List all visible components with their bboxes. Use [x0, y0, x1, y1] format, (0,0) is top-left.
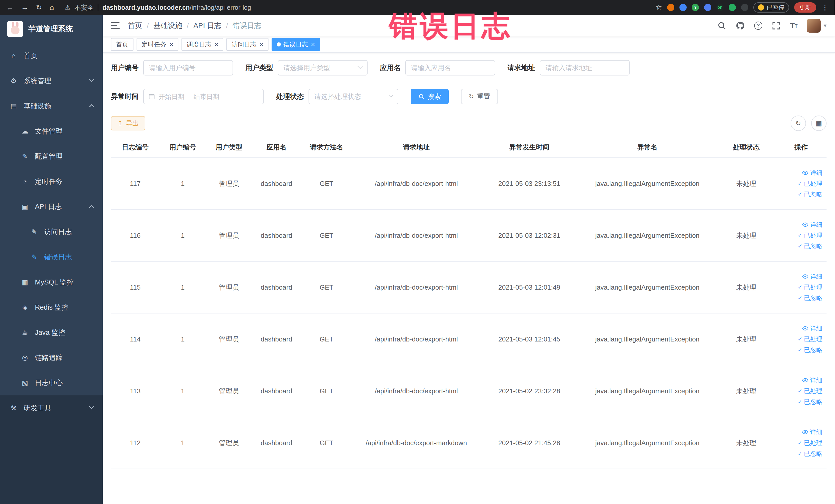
date-range-picker[interactable]: 开始日期 - 结束日期	[143, 89, 264, 104]
github-icon[interactable]	[736, 21, 745, 30]
menu-item-icon: ▧	[21, 379, 29, 387]
browser-forward-icon[interactable]: →	[21, 4, 28, 11]
extension-icon-blue[interactable]	[679, 4, 687, 11]
profile-paused-badge[interactable]: 已暂停	[753, 2, 789, 13]
user-id-input[interactable]	[143, 60, 233, 76]
detail-link[interactable]: 详细	[802, 376, 822, 384]
detail-link[interactable]: 详细	[802, 273, 822, 281]
font-size-icon[interactable]: TT	[790, 22, 797, 29]
sidebar-item[interactable]: ☁ 文件管理	[0, 119, 103, 144]
extension-icon-leaf[interactable]	[729, 4, 736, 11]
breadcrumb-item[interactable]: API 日志 /	[194, 21, 233, 31]
user-avatar-menu[interactable]: ▾	[807, 19, 827, 33]
sidebar-item[interactable]: ◈ Redis 监控	[0, 295, 103, 320]
sidebar-item[interactable]: ▣ API 日志	[0, 194, 103, 219]
url-domain: dashboard.yudao.iocoder.cn	[102, 4, 190, 11]
extension-icon-orange[interactable]	[667, 4, 674, 11]
reset-button[interactable]: ↻ 重置	[461, 89, 498, 104]
detail-link[interactable]: 详细	[802, 221, 822, 229]
tab-close-icon[interactable]: ×	[214, 41, 218, 48]
browser-home-icon[interactable]: ⌂	[49, 4, 54, 11]
extension-icon-grid[interactable]	[704, 4, 711, 11]
export-button[interactable]: ↥ 导出	[111, 116, 145, 130]
sidebar-item[interactable]: ◎ 链路追踪	[0, 345, 103, 370]
breadcrumb-label: 错误日志	[232, 21, 261, 31]
tab[interactable]: 首页 ×	[111, 38, 134, 51]
tab-close-icon[interactable]: ×	[169, 41, 173, 48]
column-settings-button[interactable]: ▦	[811, 116, 827, 131]
check-icon: ✓	[798, 181, 802, 186]
detail-link[interactable]: 详细	[802, 324, 822, 332]
sidebar-item[interactable]: ☕ Java 监控	[0, 320, 103, 345]
extension-icon-on[interactable]: on	[716, 4, 724, 11]
processed-link[interactable]: ✓ 已处理	[798, 283, 822, 291]
app-logo[interactable]: 芋道管理系统	[0, 15, 103, 43]
breadcrumb-item[interactable]: 错误日志 /	[232, 21, 261, 31]
processed-link[interactable]: ✓ 已处理	[798, 387, 822, 395]
search-button[interactable]: 搜索	[411, 89, 449, 104]
process-status-select[interactable]: 请选择处理状态	[308, 89, 399, 104]
sidebar-item[interactable]: ▤ 基础设施	[0, 94, 103, 119]
browser-reload-icon[interactable]: ↻	[36, 4, 42, 11]
tab-close-icon[interactable]: ×	[311, 41, 315, 48]
refresh-table-button[interactable]: ↻	[791, 116, 806, 131]
breadcrumb-label: API 日志	[194, 21, 222, 31]
sidebar-item[interactable]: ▥ MySQL 监控	[0, 269, 103, 295]
ignored-link[interactable]: ✓ 已忽略	[798, 346, 822, 354]
bookmark-star-icon[interactable]: ☆	[656, 4, 662, 11]
fullscreen-icon[interactable]	[772, 21, 781, 30]
sidebar-item[interactable]: ✎ 访问日志	[0, 219, 103, 244]
tab[interactable]: 错误日志 ×	[271, 38, 320, 51]
cell-method: GET	[301, 158, 352, 209]
detail-link[interactable]: 详细	[802, 169, 822, 177]
ignored-link[interactable]: ✓ 已忽略	[798, 294, 822, 302]
extension-icon-green-y[interactable]: Y	[692, 4, 699, 11]
ignored-link[interactable]: ✓ 已忽略	[798, 449, 822, 458]
cell-status: 未处理	[717, 313, 776, 365]
address-bar[interactable]: ⚠ 不安全 dashboard.yudao.iocoder.cn/infra/l…	[65, 3, 251, 12]
tab[interactable]: 访问日志 ×	[226, 38, 268, 51]
tab[interactable]: 调度日志 ×	[182, 38, 223, 51]
sidebar-item[interactable]: ▧ 日志中心	[0, 370, 103, 396]
ignored-link[interactable]: ✓ 已忽略	[798, 242, 822, 250]
cell-method: GET	[301, 313, 352, 365]
sidebar-item[interactable]: ⚙ 系统管理	[0, 68, 103, 94]
search-icon[interactable]	[717, 21, 727, 30]
cell-actions: 详细 ✓ 已处理 ✓ 已忽略	[776, 209, 827, 261]
cell-request-url: /api/infra/db-doc/export-html	[352, 365, 481, 417]
eye-icon	[802, 377, 809, 384]
tab[interactable]: 定时任务 ×	[137, 38, 178, 51]
cell-actions: 详细 ✓ 已处理 ✓ 已忽略	[776, 158, 827, 209]
tab-close-icon[interactable]: ×	[259, 41, 263, 48]
browser-back-icon[interactable]: ←	[6, 4, 13, 11]
sidebar-item[interactable]: ⚒ 研发工具	[0, 396, 103, 421]
hamburger-icon[interactable]	[111, 22, 120, 29]
browser-menu-kebab-icon[interactable]: ⋮	[821, 4, 829, 11]
sidebar-item[interactable]: ✎ 错误日志	[0, 244, 103, 269]
breadcrumb: 首页 / 基础设施 / API 日志 /	[128, 21, 261, 31]
cell-method: GET	[301, 417, 352, 469]
ignored-link[interactable]: ✓ 已忽略	[798, 398, 822, 406]
sidebar-item[interactable]: ✎ 配置管理	[0, 144, 103, 169]
user-type-select[interactable]: 请选择用户类型	[278, 60, 368, 76]
extensions-puzzle-icon[interactable]	[741, 4, 748, 11]
app-title: 芋道管理系统	[28, 24, 73, 34]
processed-link[interactable]: ✓ 已处理	[798, 439, 822, 447]
cell-exception: java.lang.IllegalArgumentException	[578, 417, 717, 469]
active-tab-dot	[277, 42, 281, 46]
processed-link[interactable]: ✓ 已处理	[798, 335, 822, 343]
request-url-input[interactable]	[540, 60, 630, 76]
ignored-link[interactable]: ✓ 已忽略	[798, 190, 822, 199]
processed-link[interactable]: ✓ 已处理	[798, 180, 822, 188]
detail-link[interactable]: 详细	[802, 428, 822, 436]
sidebar-item[interactable]: ⌂ 首页	[0, 43, 103, 68]
menu-item-icon: ▣	[21, 203, 29, 211]
app-name-input[interactable]	[405, 60, 495, 76]
breadcrumb-item[interactable]: 首页 /	[128, 21, 154, 31]
help-icon[interactable]: ?	[754, 22, 762, 30]
breadcrumb-item[interactable]: 基础设施 /	[154, 21, 194, 31]
browser-update-button[interactable]: 更新	[794, 2, 816, 13]
processed-link[interactable]: ✓ 已处理	[798, 231, 822, 240]
user-id-label: 用户编号	[111, 63, 139, 73]
sidebar-item[interactable]: ◔ 定时任务	[0, 169, 103, 194]
